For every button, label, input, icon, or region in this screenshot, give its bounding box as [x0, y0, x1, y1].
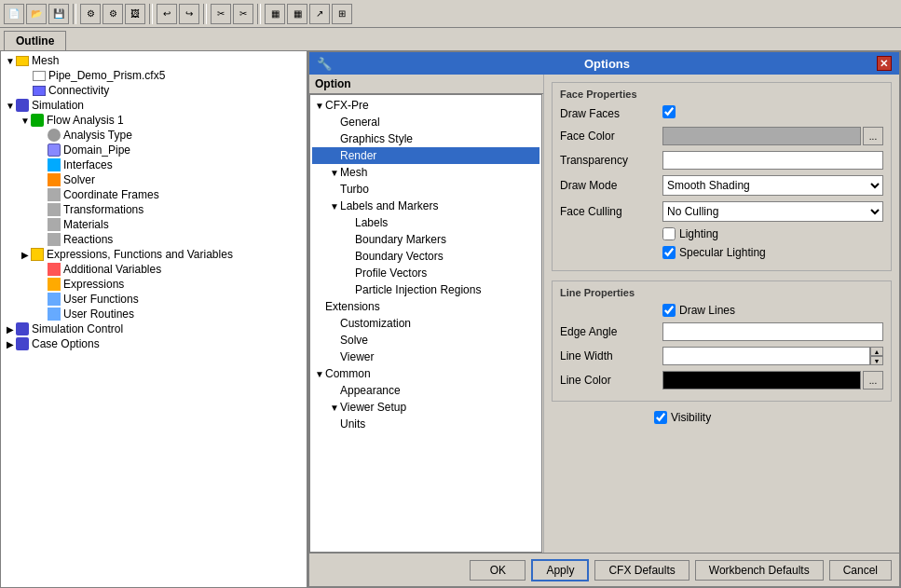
- bound-button[interactable]: ▦: [287, 4, 307, 24]
- tree-item-simulation-control[interactable]: ▶ Simulation Control: [3, 321, 305, 336]
- icon-pipe: [33, 71, 46, 81]
- opt-profile-vectors[interactable]: Profile Vectors: [312, 265, 539, 281]
- opt-graphics-style[interactable]: Graphics Style: [312, 130, 539, 147]
- tree-item-simulation[interactable]: ▼ Simulation: [3, 98, 305, 113]
- line-color-pick-button[interactable]: ...: [863, 371, 883, 390]
- opt-common[interactable]: ▼ Common: [312, 365, 539, 382]
- new-button[interactable]: 📄: [4, 4, 24, 24]
- tree-item-interfaces[interactable]: Interfaces: [3, 157, 305, 172]
- visibility-checkbox[interactable]: [654, 411, 667, 424]
- face-color-row: Face Color ...: [560, 127, 883, 145]
- tree-item-additional-vars[interactable]: Additional Variables: [3, 262, 305, 277]
- face-culling-select[interactable]: No Culling Back Face Front Face: [662, 201, 883, 222]
- cut-button-2[interactable]: ✂: [233, 4, 253, 24]
- icon-reactions: [48, 233, 61, 246]
- dialog-close-button[interactable]: ✕: [877, 56, 892, 71]
- tree-item-pipe[interactable]: Pipe_Demo_Prism.cfx5: [3, 68, 305, 83]
- redo-button[interactable]: ↪: [179, 4, 199, 24]
- separator-3: [203, 4, 207, 24]
- face-color-swatch: [662, 127, 861, 145]
- line-width-up[interactable]: ▲: [870, 347, 883, 356]
- tree-item-reactions[interactable]: Reactions: [3, 232, 305, 247]
- workbench-defaults-button[interactable]: Workbench Defaults: [695, 560, 824, 581]
- opt-boundary-markers[interactable]: Boundary Markers: [312, 231, 539, 248]
- apply-button[interactable]: Apply: [531, 559, 589, 581]
- opt-appearance[interactable]: Appearance: [312, 382, 539, 399]
- opt-turbo[interactable]: Turbo: [312, 181, 539, 198]
- tree-label-interfaces: Interfaces: [63, 158, 113, 171]
- tree-item-flow-analysis[interactable]: ▼ Flow Analysis 1: [3, 113, 305, 128]
- face-section-title: Face Properties: [560, 89, 883, 100]
- props-button-1[interactable]: ⚙: [80, 4, 101, 24]
- transparency-input[interactable]: 0.5: [662, 151, 883, 170]
- open-button[interactable]: 📂: [26, 4, 47, 24]
- opt-label-mesh: Mesh: [340, 166, 367, 179]
- opt-cfx-pre[interactable]: ▼ CFX-Pre: [312, 97, 539, 114]
- undo-button[interactable]: ↩: [157, 4, 177, 24]
- cut-button-1[interactable]: ✂: [211, 4, 231, 24]
- dialog-titlebar: 🔧 Options ✕: [309, 52, 899, 75]
- dialog-title: Options: [584, 57, 630, 71]
- visibility-text: Visibility: [671, 411, 711, 424]
- line-width-down[interactable]: ▼: [870, 356, 883, 365]
- opt-solve[interactable]: Solve: [312, 332, 539, 349]
- face-color-pick-button[interactable]: ...: [863, 127, 883, 145]
- opt-customization[interactable]: Customization: [312, 315, 539, 332]
- tree-item-expressions[interactable]: Expressions: [3, 277, 305, 292]
- tree-item-connectivity[interactable]: Connectivity: [3, 83, 305, 98]
- image-button[interactable]: 🖼: [125, 4, 145, 24]
- line-width-input[interactable]: 1: [662, 347, 870, 365]
- tree-item-domain-pipe[interactable]: Domain_Pipe: [3, 143, 305, 157]
- opt-label-labels: Labels: [355, 216, 388, 229]
- tree-item-user-routines[interactable]: User Routines: [3, 307, 305, 321]
- save-button[interactable]: 💾: [48, 4, 69, 24]
- opt-units[interactable]: Units: [312, 416, 539, 432]
- opt-viewer-setup[interactable]: ▼ Viewer Setup: [312, 399, 539, 416]
- draw-mode-select[interactable]: Smooth Shading Flat Shading Wireframe: [662, 175, 883, 196]
- opt-render[interactable]: Render: [312, 147, 539, 164]
- opt-extensions[interactable]: Extensions: [312, 298, 539, 315]
- scale-button[interactable]: ⊞: [332, 4, 352, 24]
- specular-checkbox[interactable]: [662, 246, 676, 259]
- separator-2: [149, 4, 153, 24]
- icon-simulation-control: [16, 322, 29, 335]
- domain-button[interactable]: ▦: [265, 4, 285, 24]
- edge-angle-input[interactable]: 30: [662, 322, 883, 341]
- tree-item-case-options[interactable]: ▶ Case Options: [3, 336, 305, 351]
- tree-item-expr-func-var[interactable]: ▶ Expressions, Functions and Variables: [3, 247, 305, 262]
- lighting-checkbox[interactable]: [662, 227, 676, 240]
- tree-item-coord-frames[interactable]: Coordinate Frames: [3, 187, 305, 202]
- tree-item-user-functions[interactable]: User Functions: [3, 292, 305, 307]
- opt-general[interactable]: General: [312, 114, 539, 130]
- tree-item-materials[interactable]: Materials: [3, 217, 305, 232]
- draw-lines-checkbox[interactable]: [662, 304, 676, 317]
- tree-item-mesh[interactable]: ▼ Mesh: [3, 53, 305, 68]
- ref-button[interactable]: ↗: [309, 4, 330, 24]
- opt-mesh[interactable]: ▼ Mesh: [312, 164, 539, 181]
- opt-labels[interactable]: Labels: [312, 214, 539, 231]
- ok-button[interactable]: OK: [470, 560, 526, 581]
- draw-faces-checkbox[interactable]: [662, 105, 676, 118]
- props-button-2[interactable]: ⚙: [102, 4, 123, 24]
- outline-tab[interactable]: Outline: [4, 31, 66, 50]
- draw-mode-label: Draw Mode: [560, 179, 662, 192]
- opt-particle-injection[interactable]: Particle Injection Regions: [312, 281, 539, 298]
- opt-boundary-vectors[interactable]: Boundary Vectors: [312, 248, 539, 265]
- cfx-defaults-button[interactable]: CFX Defaults: [594, 560, 689, 581]
- opt-viewer[interactable]: Viewer: [312, 349, 539, 365]
- tree-label-reactions: Reactions: [63, 233, 113, 246]
- cancel-button[interactable]: Cancel: [829, 560, 892, 581]
- draw-faces-label: Draw Faces: [560, 107, 662, 120]
- tree-label-coord-frames: Coordinate Frames: [63, 188, 159, 201]
- tree-item-analysis-type[interactable]: Analysis Type: [3, 128, 305, 143]
- tree-label-pipe: Pipe_Demo_Prism.cfx5: [48, 69, 165, 82]
- expander-expr-func-var: ▶: [20, 250, 31, 260]
- expander-simulation: ▼: [5, 101, 16, 111]
- tree-item-solver[interactable]: Solver: [3, 172, 305, 187]
- tree-item-transformations[interactable]: Transformations: [3, 202, 305, 217]
- visibility-row: Visibility: [552, 411, 892, 424]
- face-properties-section: Face Properties Draw Faces Face Color ..…: [552, 82, 892, 271]
- opt-label-viewer-setup: Viewer Setup: [340, 401, 406, 414]
- opt-label-turbo: Turbo: [340, 183, 369, 196]
- opt-labels-markers[interactable]: ▼ Labels and Markers: [312, 198, 539, 214]
